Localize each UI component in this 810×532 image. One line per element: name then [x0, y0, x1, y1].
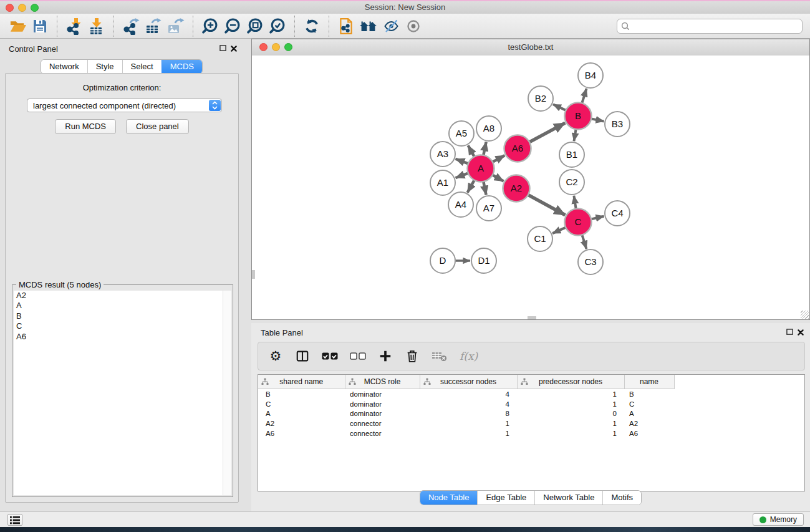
task-history-button[interactable] — [7, 514, 22, 526]
graph-edge-A-A6[interactable] — [493, 155, 504, 162]
delete-columns-button[interactable] — [405, 348, 420, 364]
export-image-button[interactable] — [165, 16, 187, 36]
graph-node-D1[interactable]: D1 — [471, 248, 496, 273]
graph-node-C1[interactable]: C1 — [528, 226, 552, 251]
graph-edge-B-B1[interactable] — [574, 129, 576, 141]
zoom-out-button[interactable] — [221, 16, 244, 36]
zoom-selected-button[interactable] — [266, 16, 289, 36]
import-table-button[interactable] — [85, 16, 108, 36]
graph-edge-A-A5[interactable] — [468, 145, 475, 157]
graph-node-A4[interactable]: A4 — [448, 192, 473, 217]
column-header-mcds-role[interactable]: MCDS role — [345, 375, 420, 389]
save-session-button[interactable] — [29, 16, 51, 36]
graph-edge-A-A7[interactable] — [483, 181, 486, 195]
create-column-button[interactable] — [378, 348, 393, 364]
table-row[interactable]: Adominator80A — [258, 409, 674, 418]
network-horizontal-scrollbar[interactable] — [528, 316, 536, 319]
graph-node-D[interactable]: D — [430, 248, 455, 273]
tab-motifs[interactable]: Motifs — [602, 491, 641, 505]
tab-select[interactable]: Select — [122, 60, 162, 74]
mcds-result-item[interactable]: A — [14, 301, 231, 311]
graph-node-A7[interactable]: A7 — [476, 196, 501, 221]
graph-node-A1[interactable]: A1 — [430, 170, 455, 195]
graph-edge-C-C3[interactable] — [582, 235, 586, 249]
toggle-columns-button[interactable] — [295, 348, 310, 364]
hide-graphics-button[interactable] — [380, 16, 402, 36]
tab-network[interactable]: Network — [41, 60, 87, 74]
table-row[interactable]: A2connector11A2 — [258, 418, 674, 428]
table-row[interactable]: Cdominator41C — [258, 399, 674, 409]
tab-style[interactable]: Style — [87, 60, 122, 74]
table-row[interactable]: A6connector11A6 — [258, 428, 674, 438]
table-settings-button[interactable]: ⚙ — [268, 348, 283, 364]
control-panel-close-button[interactable] — [229, 44, 238, 52]
mcds-result-item[interactable]: B — [14, 311, 231, 321]
show-graphics-button[interactable] — [402, 16, 425, 36]
graph-node-A5[interactable]: A5 — [449, 121, 474, 146]
graph-node-A2[interactable]: A2 — [503, 175, 530, 202]
graph-edge-A2-C[interactable] — [528, 195, 565, 215]
graph-node-B2[interactable]: B2 — [528, 86, 553, 111]
criterion-select[interactable]: largest connected component (directed) — [27, 99, 222, 112]
run-mcds-button[interactable]: Run MCDS — [55, 119, 116, 134]
export-network-button[interactable] — [120, 16, 142, 36]
table-panel-close-button[interactable] — [796, 328, 805, 336]
mcds-result-item[interactable]: A6 — [14, 332, 231, 342]
network-canvas[interactable]: B4B2BB3A8A5A6B1A3AC2A1A2A4A7C4CC1DD1C3 — [252, 56, 809, 319]
graph-node-C[interactable]: C — [565, 209, 592, 236]
graph-node-C3[interactable]: C3 — [578, 249, 603, 274]
network-vertical-scrollbar[interactable] — [252, 270, 255, 279]
graph-node-B4[interactable]: B4 — [578, 63, 603, 88]
network-window-titlebar[interactable]: testGlobe.txt — [252, 39, 809, 56]
column-header-successor-nodes[interactable]: successor nodes — [420, 375, 517, 389]
unselect-all-columns-button[interactable] — [350, 348, 366, 364]
graph-node-A3[interactable]: A3 — [430, 142, 455, 167]
graph-node-C2[interactable]: C2 — [559, 170, 584, 195]
column-header-predecessor-nodes[interactable]: predecessor nodes — [517, 375, 624, 389]
select-all-columns-button[interactable] — [322, 348, 338, 364]
graph-edge-A-A2[interactable] — [493, 175, 504, 181]
graph-edge-B-B3[interactable] — [591, 118, 604, 121]
graph-edge-C-C4[interactable] — [591, 216, 604, 220]
table-row[interactable]: Bdominator41B — [258, 389, 674, 399]
graph-edge-A-A4[interactable] — [468, 180, 475, 193]
export-table-button[interactable] — [142, 16, 165, 36]
graph-edge-C-C2[interactable] — [574, 196, 576, 209]
open-file-button[interactable] — [6, 16, 29, 36]
search-input[interactable] — [632, 20, 799, 32]
graph-node-A[interactable]: A — [468, 155, 494, 182]
tab-edge-table[interactable]: Edge Table — [477, 491, 534, 505]
column-header-shared-name[interactable]: shared name — [258, 375, 345, 389]
graph-node-B1[interactable]: B1 — [559, 142, 584, 167]
result-scrollbar[interactable] — [223, 291, 231, 495]
zoom-in-button[interactable] — [199, 16, 221, 36]
graph-node-C4[interactable]: C4 — [605, 201, 630, 226]
memory-button[interactable]: Memory — [753, 513, 804, 526]
graph-edge-B-B4[interactable] — [582, 89, 586, 103]
graph-edge-C-C1[interactable] — [552, 228, 566, 233]
tab-node-table[interactable]: Node Table — [420, 491, 478, 505]
graph-node-A8[interactable]: A8 — [476, 116, 501, 141]
control-panel-float-button[interactable] — [218, 44, 227, 52]
graph-edge-A6-B[interactable] — [529, 123, 565, 142]
network-resize-grip[interactable] — [801, 311, 809, 319]
apply-layout-button[interactable] — [301, 16, 323, 36]
close-panel-button[interactable]: Close panel — [126, 119, 189, 134]
graph-node-B[interactable]: B — [565, 103, 592, 130]
import-network-button[interactable] — [63, 16, 85, 36]
graph-edge-A-A1[interactable] — [456, 173, 468, 178]
table-panel-float-button[interactable] — [785, 328, 794, 336]
graph-edge-B-B2[interactable] — [553, 104, 566, 110]
clone-network-button[interactable] — [335, 16, 357, 36]
mcds-result-item[interactable]: C — [14, 321, 231, 331]
zoom-fit-button[interactable] — [244, 16, 266, 36]
tab-network-table[interactable]: Network Table — [534, 491, 602, 505]
mcds-result-item[interactable]: A2 — [14, 291, 231, 301]
home-button[interactable] — [357, 16, 380, 36]
graph-edge-A-A8[interactable] — [483, 142, 486, 155]
column-header-name[interactable]: name — [624, 375, 674, 389]
tab-mcds[interactable]: MCDS — [162, 60, 202, 74]
graph-edge-A-A3[interactable] — [456, 159, 468, 164]
graph-node-A6[interactable]: A6 — [504, 135, 531, 162]
graph-node-B3[interactable]: B3 — [605, 112, 630, 137]
